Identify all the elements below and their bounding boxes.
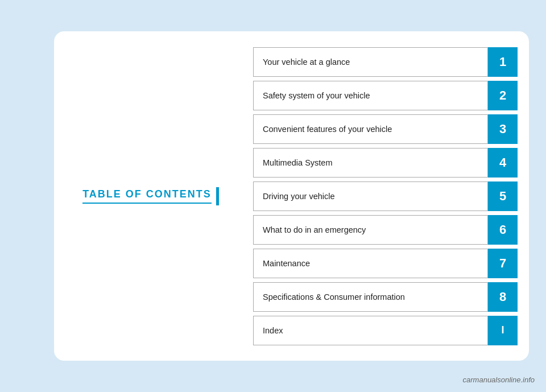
- toc-number-8: 8: [488, 282, 518, 312]
- toc-number-9: I: [488, 316, 518, 345]
- toc-row[interactable]: Maintenance7: [253, 249, 518, 278]
- toc-label-5: Driving your vehicle: [253, 181, 488, 211]
- footer-watermark: carmanualsonline.info: [463, 376, 535, 384]
- toc-label-2: Safety system of your vehicle: [253, 81, 488, 110]
- toc-number-2: 2: [488, 81, 518, 110]
- toc-number-1: 1: [488, 47, 518, 77]
- toc-title-bar: [216, 187, 219, 205]
- left-section: TABLE OF CONTENTS: [54, 31, 247, 361]
- toc-label-9: Index: [253, 316, 488, 345]
- toc-label-6: What to do in an emergency: [253, 215, 488, 245]
- toc-label-3: Convenient features of your vehicle: [253, 114, 488, 144]
- toc-row[interactable]: Safety system of your vehicle2: [253, 81, 518, 110]
- toc-row[interactable]: Driving your vehicle5: [253, 181, 518, 211]
- content-area: TABLE OF CONTENTS Your vehicle at a glan…: [54, 31, 529, 361]
- toc-title: TABLE OF CONTENTS: [82, 188, 212, 204]
- toc-row[interactable]: IndexI: [253, 316, 518, 345]
- toc-row[interactable]: Your vehicle at a glance1: [253, 47, 518, 77]
- toc-number-4: 4: [488, 148, 518, 178]
- toc-row[interactable]: Specifications & Consumer information8: [253, 282, 518, 312]
- toc-number-5: 5: [488, 181, 518, 211]
- toc-row[interactable]: Multimedia System4: [253, 148, 518, 178]
- toc-list: Your vehicle at a glance1Safety system o…: [247, 36, 529, 357]
- toc-number-7: 7: [488, 249, 518, 278]
- toc-row[interactable]: What to do in an emergency6: [253, 215, 518, 245]
- toc-number-6: 6: [488, 215, 518, 245]
- toc-title-container: TABLE OF CONTENTS: [82, 187, 219, 205]
- toc-label-7: Maintenance: [253, 249, 488, 278]
- toc-label-4: Multimedia System: [253, 148, 488, 178]
- toc-label-8: Specifications & Consumer information: [253, 282, 488, 312]
- toc-label-1: Your vehicle at a glance: [253, 47, 488, 77]
- toc-number-3: 3: [488, 114, 518, 144]
- toc-row[interactable]: Convenient features of your vehicle3: [253, 114, 518, 144]
